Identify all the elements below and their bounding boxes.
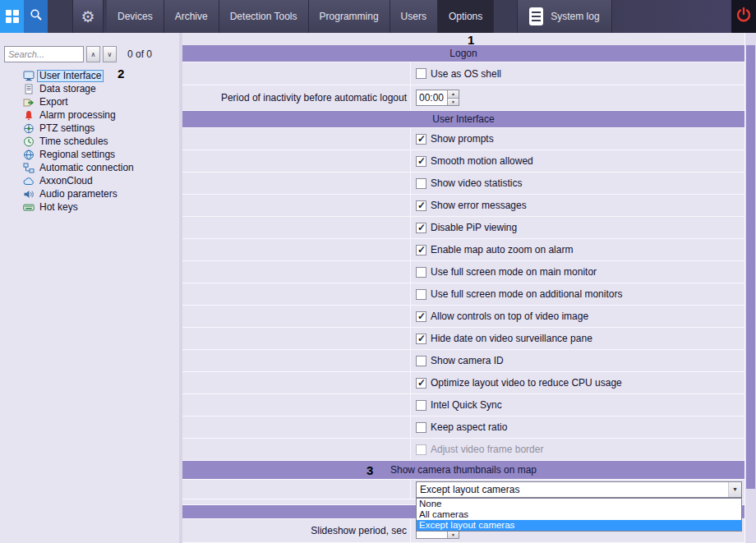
tree-item-alarm-processing[interactable]: Alarm processing — [0, 108, 179, 122]
field-row-period-of-inactivity-before-automatic-logout: Period of inactivity before automatic lo… — [182, 85, 744, 111]
sidebar-search-row: ∧ ∨ 0 of 0 — [4, 46, 179, 62]
field-control-cell: Except layout cameras▼NoneAll camerasExc… — [411, 480, 744, 499]
annotation-2: 2 — [118, 67, 124, 81]
tree-item-automatic-connection[interactable]: Automatic connection — [0, 161, 179, 174]
tree-item-label: PTZ settings — [37, 122, 97, 135]
search-tile-button[interactable] — [24, 0, 48, 33]
tree-item-data-storage[interactable]: Data storage — [0, 82, 179, 95]
settings-gear-button[interactable]: ⚙ — [72, 0, 104, 33]
checkbox-label: Hide date on video surveillance pane — [431, 333, 592, 344]
checkbox-label: Allow controls on top of video image — [431, 311, 588, 322]
menu-detection-tools[interactable]: Detection Tools — [219, 0, 309, 33]
checkbox-disable-pip-viewing[interactable] — [416, 223, 426, 233]
checkbox-keep-aspect-ratio[interactable] — [416, 422, 426, 433]
field-row-show-camera-id: Show camera ID — [182, 350, 744, 372]
dropdown-option-all-cameras[interactable]: All cameras — [417, 509, 741, 520]
field-control-cell: Allow controls on top of video image — [411, 306, 744, 327]
spinner-down-icon[interactable]: ▼ — [448, 531, 459, 539]
checkbox-label: Use full screen mode on additional monit… — [431, 288, 622, 300]
menu-options[interactable]: Options — [438, 0, 494, 33]
field-label: Period of inactivity before automatic lo… — [221, 92, 407, 104]
topbar-menu: DevicesArchiveDetection ToolsProgramming… — [107, 0, 494, 33]
scrollbar-thumb[interactable] — [746, 45, 755, 489]
tree-item-time-schedules[interactable]: Time schedules — [0, 135, 179, 148]
checkbox-show-error-messages[interactable] — [416, 200, 426, 211]
field-control-cell: Show prompts — [411, 128, 744, 150]
tree-item-axxoncloud[interactable]: AxxonCloud — [0, 174, 179, 187]
field-row-enable-map-auto-zoom-on-alarm: Enable map auto zoom on alarm — [182, 239, 744, 261]
checkbox-label: Intel Quick Sync — [431, 399, 502, 411]
spinner-up-icon[interactable]: ▲ — [448, 90, 459, 98]
field-label-cell — [182, 306, 411, 327]
checkbox-smooth-motion-allowed[interactable] — [416, 156, 426, 167]
clock-icon — [23, 136, 35, 147]
tree-item-label: Automatic connection — [37, 162, 136, 174]
checkbox-hide-date-on-video-surveillance-pane[interactable] — [416, 334, 426, 344]
search-input[interactable] — [4, 46, 84, 62]
menu-users[interactable]: Users — [390, 0, 438, 33]
checkbox-optimize-layout-video-to-reduce-cpu-usage[interactable] — [416, 378, 426, 389]
field-control-cell: Show error messages — [411, 195, 744, 216]
checkbox-use-full-screen-mode-on-main-monitor[interactable] — [416, 267, 426, 278]
checkbox-use-full-screen-mode-on-additional-monitors[interactable] — [416, 289, 426, 300]
field-row-hide-date-on-video-surveillance-pane: Hide date on video surveillance pane — [182, 328, 744, 350]
checkbox-use-as-os-shell[interactable] — [416, 68, 426, 79]
search-icon — [30, 8, 43, 25]
checkbox-label: Show error messages — [431, 200, 527, 211]
spinner-down-icon[interactable]: ▼ — [448, 98, 459, 106]
field-control-cell: Disable PiP viewing — [411, 217, 744, 238]
menu-archive[interactable]: Archive — [164, 0, 219, 33]
checkbox-label: Disable PiP viewing — [431, 222, 517, 233]
apps-grid-button[interactable] — [0, 0, 24, 33]
vertical-scrollbar[interactable] — [744, 33, 756, 543]
apps-grid-icon — [6, 10, 19, 23]
field-control-cell: Smooth motion allowed — [411, 150, 744, 172]
dropdown-arrow-icon[interactable]: ▼ — [728, 482, 741, 497]
system-log-button[interactable]: System log — [517, 0, 611, 33]
chevron-down-icon: ∨ — [108, 51, 113, 58]
field-control-cell: Enable map auto zoom on alarm — [411, 239, 744, 260]
field-control-cell: Hide date on video surveillance pane — [411, 328, 744, 349]
annotation-1: 1 — [468, 33, 474, 47]
checkbox-intel-quick-sync[interactable] — [416, 400, 426, 411]
checkbox-show-camera-id[interactable] — [416, 356, 426, 366]
checkbox-label: Show prompts — [431, 133, 494, 145]
field-row-show-prompts: Show prompts — [182, 128, 744, 150]
tree-item-hot-keys[interactable]: Hot keys — [0, 200, 179, 214]
checkbox-show-video-statistics[interactable] — [416, 178, 426, 189]
dropdown-option-except-layout-cameras[interactable]: Except layout cameras — [417, 520, 741, 531]
power-button[interactable] — [731, 0, 756, 33]
field-label-cell: Slideshow period, sec — [182, 519, 411, 542]
tree-item-label: User Interface — [37, 70, 104, 82]
field-label-cell — [182, 217, 411, 238]
checkbox-adjust-video-frame-border — [416, 444, 426, 455]
topbar: ⚙ DevicesArchiveDetection ToolsProgrammi… — [0, 0, 756, 33]
annotation-3: 3 — [366, 463, 373, 477]
tree-item-ptz-settings[interactable]: PTZ settings — [0, 122, 179, 135]
search-next-button[interactable]: ∨ — [103, 46, 117, 62]
tree-item-export[interactable]: Export — [0, 95, 179, 108]
tree-item-audio-parameters[interactable]: Audio parameters — [0, 187, 179, 200]
spinner-value[interactable]: 00:00 — [417, 90, 447, 105]
menu-programming[interactable]: Programming — [309, 0, 390, 33]
menu-devices[interactable]: Devices — [107, 0, 164, 33]
checkbox-show-prompts[interactable] — [416, 134, 426, 145]
checkbox-enable-map-auto-zoom-on-alarm[interactable] — [416, 245, 426, 255]
field-control-cell: Show video statistics — [411, 173, 744, 194]
tree-item-label: Time schedules — [37, 136, 111, 148]
camera-thumbnails-select[interactable]: Except layout cameras▼NoneAll camerasExc… — [416, 481, 742, 498]
search-prev-button[interactable]: ∧ — [86, 46, 100, 62]
tree-item-regional-settings[interactable]: Regional settings — [0, 148, 179, 161]
dropdown-option-none[interactable]: None — [417, 499, 741, 509]
system-log-label: System log — [551, 11, 599, 22]
settings-panel: LogonUse as OS shellPeriod of inactivity… — [182, 33, 744, 543]
field-label: Slideshow period, sec — [311, 525, 407, 536]
field-label-cell: Period of inactivity before automatic lo… — [182, 85, 411, 110]
tree-item-user-interface[interactable]: User Interface — [0, 69, 179, 82]
field-row-keep-aspect-ratio: Keep aspect ratio — [182, 416, 744, 439]
checkbox-label: Show camera ID — [431, 355, 504, 366]
tree-item-label: Data storage — [37, 83, 99, 95]
tree-item-label: Alarm processing — [37, 109, 118, 122]
field-row-show-error-messages: Show error messages — [182, 195, 744, 217]
checkbox-allow-controls-on-top-of-video-image[interactable] — [416, 311, 426, 322]
